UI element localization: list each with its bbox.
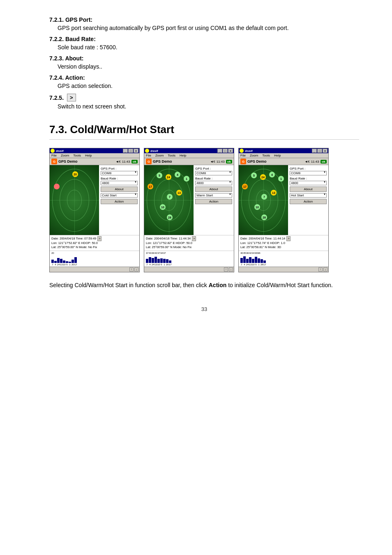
maximize-btn-1[interactable]: □ (128, 149, 133, 153)
about-btn-2[interactable]: About (195, 187, 232, 192)
satellite-1-window-1: 20 (72, 171, 78, 177)
bar-item-8-window-1 (71, 260, 74, 263)
section-73-heading: 7.3. Cold/Warm/Hot Start (49, 123, 359, 140)
about-btn-1[interactable]: About (101, 187, 138, 192)
minimize-btn-1[interactable]: _ (123, 149, 128, 153)
action-select-3[interactable]: Hot Start (290, 193, 327, 198)
baud-rate-select-3[interactable]: 4800 (290, 181, 327, 185)
bar-val-5-window-2: 37 (157, 252, 160, 254)
satellite-5-window-3: 17 (242, 184, 248, 189)
svg-text:G: G (242, 160, 244, 164)
main-area-1: 20 GPS Port : COM8 Baud Rate : 4800 Abou… (50, 165, 139, 235)
gps-port-select-1[interactable]: COM8 (101, 171, 138, 175)
minimize-btn-3[interactable]: _ (312, 149, 317, 153)
bar-item-4-window-3 (249, 257, 251, 263)
satellite-6-window-2: 7 (167, 194, 173, 200)
bar-rect-1-window-2 (146, 259, 148, 263)
scroll-down-btn-1[interactable]: ↓ (134, 267, 138, 272)
bar-label-7-window-2: 1 (163, 263, 166, 266)
scroll-down-btn-2[interactable]: ↓ (229, 267, 233, 272)
baud-rate-select-wrapper-2: 4800 (195, 181, 232, 185)
ok-btn-3[interactable]: ok (321, 160, 327, 164)
menu-item-help-1[interactable]: Help (85, 154, 92, 157)
bar-val-3-window-2: 39 (152, 252, 154, 254)
action-btn-3[interactable]: Action (290, 199, 327, 204)
section-723: 7.2.3. About: Version displays.. (49, 55, 359, 71)
bar-value-row-2: 37433942373437 (146, 252, 232, 254)
bar-rect-4-window-1 (60, 259, 62, 263)
scrollbar-3: ↑ ↓ (239, 267, 328, 272)
title-text-3: dssif (245, 149, 253, 153)
gps-port-select-2[interactable]: COM8 (195, 171, 232, 175)
bar-label-1-window-3: 7 (240, 263, 243, 266)
bar-rect-8-window-1 (71, 260, 74, 263)
about-btn-3[interactable]: About (290, 187, 327, 192)
scroll-up-btn-1[interactable]: ↑ (129, 267, 134, 272)
menu-item-tools-3[interactable]: Tools (262, 154, 270, 157)
menu-item-file-3[interactable]: File (240, 154, 246, 157)
bar-rect-4-window-2 (154, 257, 157, 263)
ok-btn-2[interactable]: ok (226, 160, 232, 164)
close-btn-3[interactable]: × (323, 149, 327, 153)
bar-item-4-window-2 (154, 257, 157, 263)
bar-label-5-window-3: 10 (252, 263, 254, 266)
baud-rate-select-wrapper-1: 4800 (101, 181, 138, 185)
menu-item-zoom-2[interactable]: Zoom (155, 154, 164, 157)
bar-item-5-window-1 (63, 260, 65, 263)
minimize-btn-2[interactable]: _ (217, 149, 222, 153)
action-select-2[interactable]: Warm Start (195, 193, 232, 198)
bar-label-6-window-3: 5 (255, 263, 257, 266)
titlebar-left-2: dssif (145, 149, 158, 153)
ok-btn-1[interactable]: ok (131, 160, 138, 164)
bar-val-4-window-2: 42 (154, 252, 157, 254)
scroll-up-btn-2[interactable]: ↑ (224, 267, 228, 272)
titlebar-controls-2: _ □ × (217, 149, 233, 153)
gps-port-label-1: GPS Port : (101, 167, 138, 170)
bar-label-8-window-2: 20 (166, 263, 168, 266)
bar-label-5-window-2: 10 (157, 263, 160, 266)
bar-item-7-window-2 (163, 259, 166, 263)
screenshots-row: dssif _ □ × FileZoomToolsHelp G GPS Demo… (49, 148, 359, 272)
close-btn-1[interactable]: × (134, 149, 138, 153)
satellite-8-window-2: 10 (160, 204, 166, 210)
action-btn-2[interactable]: Action (195, 199, 232, 204)
bar-item-8-window-3 (261, 259, 263, 263)
menu-item-zoom-3[interactable]: Zoom (250, 154, 258, 157)
bar-val-3-window-3: 36 (246, 252, 249, 254)
section-722: 7.2.2. Baud Rate: Sole baud rate : 57600… (49, 36, 359, 52)
maximize-btn-2[interactable]: □ (223, 149, 228, 153)
bar-row-3 (240, 255, 327, 263)
next-arrow-btn-3[interactable]: > (286, 236, 291, 241)
action-select-1[interactable]: Cold Start (101, 193, 138, 198)
action-select-wrapper-3: Hot Start (290, 193, 327, 198)
menu-item-file-2[interactable]: File (146, 154, 151, 157)
menu-item-help-3[interactable]: Help (274, 154, 281, 157)
bar-item-9-window-2 (169, 260, 171, 263)
menu-item-tools-2[interactable]: Tools (168, 154, 175, 157)
menu-item-file-1[interactable]: File (51, 154, 57, 157)
baud-rate-label-2: Baud Rate : (195, 177, 232, 180)
bar-label-4-window-3: 13 (249, 263, 251, 266)
next-arrow-btn-1[interactable]: > (97, 236, 101, 241)
menu-item-help-2[interactable]: Help (180, 154, 186, 157)
scroll-down-btn-3[interactable]: ↓ (323, 267, 327, 272)
bar-label-3-window-1: 24 (57, 263, 60, 266)
baud-rate-select-2[interactable]: 4800 (195, 181, 232, 185)
next-screen-button[interactable]: > (67, 94, 76, 101)
scroll-up-btn-3[interactable]: ↑ (318, 267, 323, 272)
menu-item-zoom-1[interactable]: Zoom (61, 154, 69, 157)
menu-item-tools-1[interactable]: Tools (73, 154, 81, 157)
close-btn-2[interactable]: × (228, 149, 233, 153)
bar-val-6-window-3: 3D (255, 252, 257, 254)
section-724-text: GPS action selection. (58, 82, 359, 90)
bar-label-9-window-1: 17 (74, 263, 77, 266)
action-btn-1[interactable]: Action (101, 199, 138, 204)
next-arrow-btn-2[interactable]: > (192, 236, 196, 241)
description-part2: to initialize Cold/Warm/Hot Start functi… (226, 282, 333, 288)
titlebar-2: dssif _ □ × (144, 148, 234, 153)
info-area-3: Date: 2004/04/16 Time: 11:44:14 > Lon: 1… (239, 235, 328, 251)
section-724-label: 7.2.4. Action: (49, 74, 359, 81)
gps-port-select-3[interactable]: COM8 (290, 171, 327, 175)
maximize-btn-3[interactable]: □ (317, 149, 322, 153)
baud-rate-select-1[interactable]: 4800 (101, 181, 138, 185)
